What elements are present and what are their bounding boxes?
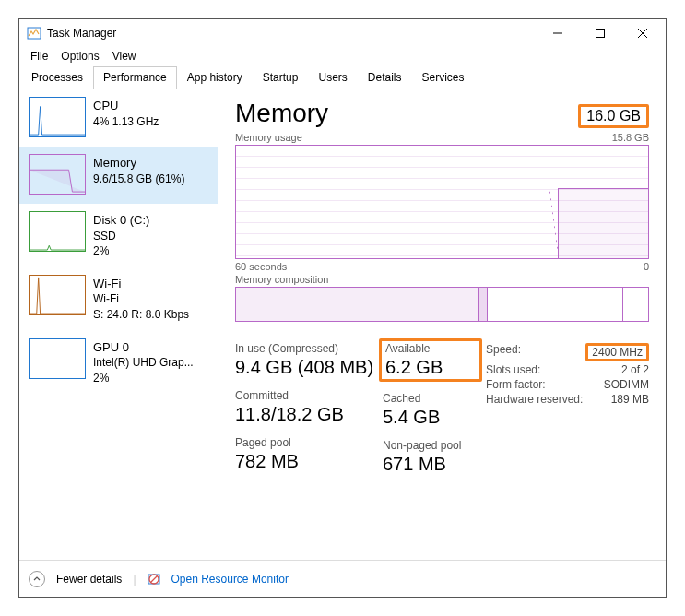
speed-value: 2400 MHz — [585, 343, 649, 361]
nonpaged-label: Non-paged pool — [383, 439, 482, 452]
speed-key: Speed: — [486, 343, 521, 361]
sidebar-gpu-line1: Intel(R) UHD Grap... — [93, 355, 194, 370]
window-title: Task Manager — [47, 27, 537, 40]
open-resource-monitor-link[interactable]: Open Resource Monitor — [171, 573, 289, 586]
minimize-button[interactable] — [537, 19, 579, 47]
sidebar-disk-line2: 2% — [93, 243, 149, 258]
sidebar-cpu-name: CPU — [93, 98, 159, 114]
tab-app-history[interactable]: App history — [177, 66, 253, 89]
menu-view[interactable]: View — [107, 48, 142, 65]
sidebar-item-memory[interactable]: Memory 9.6/15.8 GB (61%) — [19, 147, 218, 204]
total-memory: 16.0 GB — [578, 104, 649, 128]
usage-chart-max: 15.8 GB — [612, 132, 649, 143]
hw-key: Hardware reserved: — [486, 393, 583, 406]
tab-details[interactable]: Details — [358, 66, 412, 89]
menubar: File Options View — [19, 47, 666, 65]
sidebar-wifi-line2: S: 24.0 R: 8.0 Kbps — [93, 307, 189, 322]
sidebar-item-wifi[interactable]: Wi-Fi Wi-Fi S: 24.0 R: 8.0 Kbps — [19, 267, 218, 331]
task-manager-window: Task Manager File Options View Processes… — [18, 18, 667, 598]
sidebar-item-gpu[interactable]: GPU 0 Intel(R) UHD Grap... 2% — [19, 331, 218, 395]
sidebar-disk-line1: SSD — [93, 229, 149, 243]
cached-value: 5.4 GB — [383, 407, 482, 428]
memory-usage-chart[interactable] — [235, 145, 649, 259]
hw-value: 189 MB — [611, 393, 649, 406]
available-label: Available — [385, 342, 476, 355]
disk-thumbnail — [29, 211, 86, 252]
axis-left: 60 seconds — [235, 261, 287, 272]
tab-startup[interactable]: Startup — [253, 66, 309, 89]
sidebar-gpu-line2: 2% — [93, 371, 194, 385]
performance-sidebar: CPU 4% 1.13 GHz Memory 9.6/15.8 GB (61%) — [19, 89, 218, 560]
form-key: Form factor: — [486, 378, 546, 391]
gpu-thumbnail — [29, 338, 86, 379]
main-panel: Memory 16.0 GB Memory usage 15.8 GB 60 s… — [218, 89, 666, 560]
sidebar-gpu-name: GPU 0 — [93, 339, 194, 356]
sidebar-wifi-line1: Wi-Fi — [93, 291, 189, 306]
available-value: 6.2 GB — [385, 357, 476, 378]
cached-label: Cached — [383, 392, 482, 405]
menu-options[interactable]: Options — [55, 48, 104, 65]
wifi-thumbnail — [29, 275, 86, 315]
fewer-details-link[interactable]: Fewer details — [56, 573, 122, 586]
sidebar-cpu-stats: 4% 1.13 GHz — [93, 114, 159, 129]
menu-file[interactable]: File — [25, 48, 53, 65]
resource-monitor-icon — [148, 573, 160, 586]
form-value: SODIMM — [604, 378, 649, 391]
svg-rect-2 — [596, 30, 605, 38]
nonpaged-value: 671 MB — [383, 454, 482, 475]
memory-composition-chart[interactable] — [235, 287, 649, 322]
sidebar-wifi-name: Wi-Fi — [93, 276, 189, 292]
sidebar-memory-stats: 9.6/15.8 GB (61%) — [93, 172, 184, 186]
paged-value: 782 MB — [235, 451, 383, 472]
paged-label: Paged pool — [235, 436, 383, 449]
task-manager-icon — [27, 26, 41, 41]
usage-chart-label: Memory usage — [235, 132, 302, 143]
sidebar-item-cpu[interactable]: CPU 4% 1.13 GHz — [19, 89, 218, 147]
slots-value: 2 of 2 — [621, 363, 649, 376]
chevron-down-icon[interactable] — [29, 571, 45, 587]
footer: Fewer details | Open Resource Monitor — [19, 560, 666, 597]
tab-processes[interactable]: Processes — [21, 66, 93, 89]
in-use-value: 9.4 GB (408 MB) — [235, 357, 383, 378]
sidebar-item-disk[interactable]: Disk 0 (C:) SSD 2% — [19, 204, 218, 267]
tab-users[interactable]: Users — [308, 66, 357, 89]
sidebar-disk-name: Disk 0 (C:) — [93, 212, 149, 229]
tab-performance[interactable]: Performance — [93, 66, 177, 89]
close-button[interactable] — [621, 19, 664, 47]
slots-key: Slots used: — [486, 363, 540, 376]
titlebar: Task Manager — [19, 19, 666, 47]
svg-line-7 — [150, 575, 157, 582]
in-use-label: In use (Compressed) — [235, 342, 383, 355]
axis-right: 0 — [644, 261, 649, 272]
tab-bar: Processes Performance App history Startu… — [19, 65, 666, 89]
committed-label: Committed — [235, 389, 383, 402]
committed-value: 11.8/18.2 GB — [235, 404, 383, 425]
cpu-thumbnail — [29, 97, 86, 137]
page-title: Memory — [235, 99, 328, 128]
memory-thumbnail — [29, 154, 86, 195]
tab-services[interactable]: Services — [412, 66, 475, 89]
sidebar-memory-name: Memory — [93, 155, 184, 172]
composition-label: Memory composition — [235, 274, 328, 285]
maximize-button[interactable] — [579, 19, 621, 47]
